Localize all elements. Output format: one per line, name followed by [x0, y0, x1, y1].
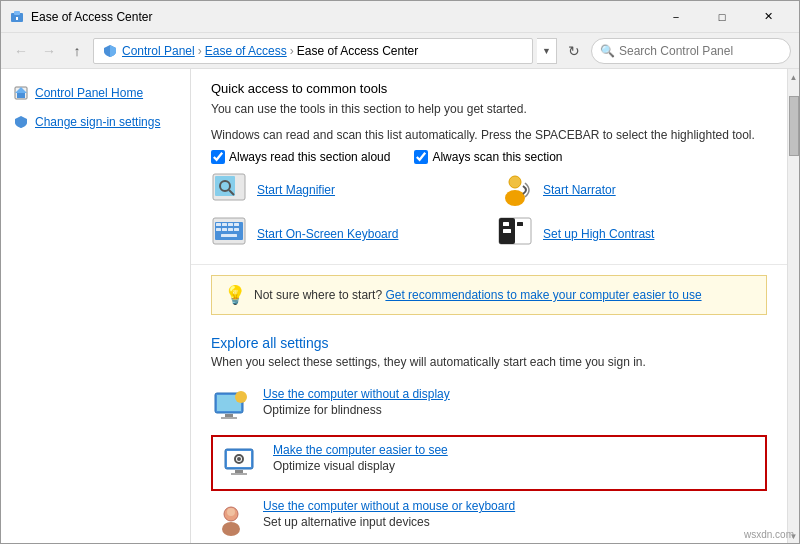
- checkbox-scan-input[interactable]: [414, 150, 428, 164]
- narrator-label: Start Narrator: [543, 183, 616, 197]
- svg-rect-16: [216, 228, 221, 231]
- svg-rect-18: [228, 228, 233, 231]
- explore-desc: When you select these settings, they wil…: [211, 355, 767, 369]
- svg-rect-12: [216, 223, 221, 226]
- quick-access-desc1: You can use the tools in this section to…: [211, 100, 767, 118]
- refresh-button[interactable]: ↻: [561, 38, 587, 64]
- setting-no-display: Use the computer without a display Optim…: [211, 381, 767, 433]
- scroll-thumb[interactable]: [789, 96, 799, 156]
- svg-rect-23: [503, 222, 509, 226]
- svg-rect-25: [517, 222, 523, 226]
- tool-narrator[interactable]: Start Narrator: [497, 172, 767, 208]
- signin-icon: [13, 114, 29, 130]
- easier-to-see-icon: [221, 443, 261, 483]
- breadcrumb-ease-of-access[interactable]: Ease of Access: [205, 44, 287, 58]
- scroll-up-arrow[interactable]: ▲: [788, 69, 800, 86]
- contrast-label: Set up High Contrast: [543, 227, 654, 241]
- home-icon: [13, 85, 29, 101]
- magnifier-label: Start Magnifier: [257, 183, 335, 197]
- tip-text: Not sure where to start? Get recommendat…: [254, 288, 702, 302]
- forward-button[interactable]: →: [37, 39, 61, 63]
- no-mouse-subdesc: Set up alternative input devices: [263, 515, 430, 529]
- tool-contrast[interactable]: Set up High Contrast: [497, 216, 767, 252]
- tip-icon: 💡: [224, 284, 246, 306]
- watermark: wsxdn.com: [744, 529, 794, 540]
- svg-rect-34: [231, 473, 247, 475]
- svg-rect-28: [225, 414, 233, 417]
- svg-point-9: [505, 190, 525, 206]
- keyboard-label: Start On-Screen Keyboard: [257, 227, 398, 241]
- tool-keyboard[interactable]: Start On-Screen Keyboard: [211, 216, 481, 252]
- svg-rect-17: [222, 228, 227, 231]
- sidebar-signin-label: Change sign-in settings: [35, 114, 160, 131]
- explore-title[interactable]: Explore all settings: [211, 335, 767, 351]
- svg-rect-1: [14, 11, 20, 15]
- quick-access-desc2: Windows can read and scan this list auto…: [211, 126, 767, 144]
- svg-point-30: [235, 391, 247, 403]
- tip-link[interactable]: Get recommendations to make your compute…: [385, 288, 701, 302]
- window-controls: − □ ✕: [653, 1, 791, 33]
- checkbox-scan-label: Always scan this section: [432, 150, 562, 164]
- svg-rect-13: [222, 223, 227, 226]
- sidebar: Control Panel Home Change sign-in settin…: [1, 69, 191, 544]
- svg-rect-19: [234, 228, 239, 231]
- no-mouse-text: Use the computer without a mouse or keyb…: [263, 499, 767, 529]
- content-area: Quick access to common tools You can use…: [191, 69, 787, 544]
- checkbox-read-aloud-input[interactable]: [211, 150, 225, 164]
- svg-rect-24: [503, 229, 511, 233]
- address-dropdown[interactable]: ▼: [537, 38, 557, 64]
- breadcrumb-control-panel[interactable]: Control Panel: [122, 44, 195, 58]
- sidebar-item-signin[interactable]: Change sign-in settings: [1, 110, 190, 135]
- svg-point-38: [222, 522, 240, 536]
- svg-rect-14: [228, 223, 233, 226]
- checkbox-scan[interactable]: Always scan this section: [414, 150, 562, 164]
- svg-rect-15: [234, 223, 239, 226]
- no-mouse-link[interactable]: Use the computer without a mouse or keyb…: [263, 499, 767, 513]
- scroll-thumb-area: [788, 86, 800, 528]
- no-display-icon: [211, 387, 251, 427]
- tool-magnifier[interactable]: Start Magnifier: [211, 172, 481, 208]
- no-display-subdesc: Optimize for blindness: [263, 403, 382, 417]
- back-button[interactable]: ←: [9, 39, 33, 63]
- search-box[interactable]: 🔍: [591, 38, 791, 64]
- breadcrumb-sep-1: ›: [198, 44, 202, 58]
- quick-access-title: Quick access to common tools: [211, 81, 767, 96]
- search-input[interactable]: [619, 44, 782, 58]
- minimize-button[interactable]: −: [653, 1, 699, 33]
- window-icon: [9, 9, 25, 25]
- address-bar: ← → ↑ Control Panel › Ease of Access › E…: [1, 33, 799, 69]
- easier-to-see-subdesc: Optimize visual display: [273, 459, 395, 473]
- magnifier-icon: [211, 172, 247, 208]
- shield-icon: [102, 43, 118, 59]
- sidebar-home-label: Control Panel Home: [35, 85, 143, 102]
- setting-no-mouse: Use the computer without a mouse or keyb…: [211, 493, 767, 544]
- easier-to-see-text: Make the computer easier to see Optimize…: [273, 443, 757, 473]
- no-display-link[interactable]: Use the computer without a display: [263, 387, 767, 401]
- search-icon: 🔍: [600, 44, 615, 58]
- no-mouse-icon: [211, 499, 251, 539]
- svg-rect-29: [221, 417, 237, 419]
- svg-point-8: [509, 176, 521, 188]
- up-button[interactable]: ↑: [65, 39, 89, 63]
- quick-access-section: Quick access to common tools You can use…: [191, 69, 787, 265]
- easier-to-see-link[interactable]: Make the computer easier to see: [273, 443, 757, 457]
- svg-point-39: [227, 508, 235, 516]
- keyboard-icon: [211, 216, 247, 252]
- svg-point-36: [237, 457, 241, 461]
- tools-grid: Start Magnifier Start Narrator: [211, 172, 767, 252]
- breadcrumb-sep-2: ›: [290, 44, 294, 58]
- breadcrumb-center: Ease of Access Center: [297, 44, 418, 58]
- close-button[interactable]: ✕: [745, 1, 791, 33]
- setting-easier-to-see: Make the computer easier to see Optimize…: [211, 435, 767, 491]
- maximize-button[interactable]: □: [699, 1, 745, 33]
- checkbox-read-aloud[interactable]: Always read this section aloud: [211, 150, 390, 164]
- contrast-icon: [497, 216, 533, 252]
- svg-rect-20: [221, 234, 237, 237]
- checkbox-read-aloud-label: Always read this section aloud: [229, 150, 390, 164]
- sidebar-item-home[interactable]: Control Panel Home: [1, 81, 190, 106]
- address-path[interactable]: Control Panel › Ease of Access › Ease of…: [93, 38, 533, 64]
- explore-section: Explore all settings When you select the…: [191, 325, 787, 544]
- scrollbar[interactable]: ▲ ▼: [787, 69, 799, 544]
- tip-text-static: Not sure where to start?: [254, 288, 382, 302]
- no-display-text: Use the computer without a display Optim…: [263, 387, 767, 417]
